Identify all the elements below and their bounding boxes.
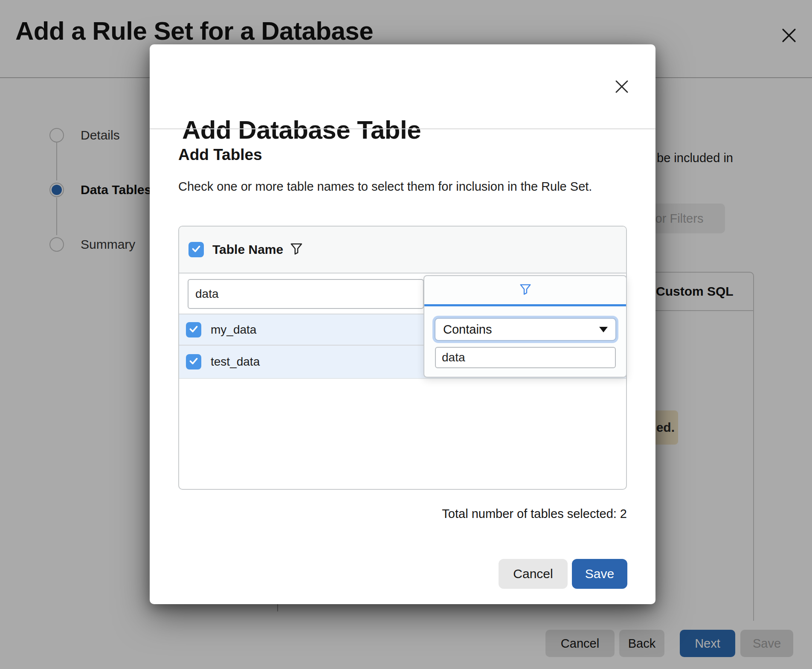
total-selected-label: Total number of tables selected: 2 [442,507,627,521]
dialog-close-button[interactable] [613,78,630,95]
select-all-checkbox[interactable] [188,242,204,257]
dialog-save-button[interactable]: Save [572,559,627,589]
table-header-row: Table Name [179,227,626,273]
filter-operator-value: Contains [443,323,599,337]
checkmark-icon [188,355,199,368]
filter-icon [519,282,532,298]
section-heading: Add Tables [178,146,262,164]
section-description: Check one or more table names to select … [178,178,607,195]
row-checkbox[interactable] [186,354,201,369]
add-database-table-dialog: Add Database Table Add Tables Check one … [150,44,655,604]
filter-popup-accent-bar [424,304,626,306]
dialog-header-divider [150,128,655,129]
chevron-down-icon [599,327,608,332]
filter-operator-select[interactable]: Contains [435,318,616,341]
close-icon [613,89,630,96]
checkmark-icon [188,323,199,336]
row-checkbox[interactable] [186,322,201,337]
column-header-table-name: Table Name [212,242,283,257]
filter-value-input[interactable] [435,347,616,368]
page-root: Add a Rule Set for a Database Details Da… [0,0,812,669]
filter-popup-header [424,276,626,304]
dialog-cancel-button[interactable]: Cancel [499,559,568,589]
filter-popup: Contains [423,275,627,378]
filter-icon[interactable] [289,241,304,258]
table-row-label: test_data [211,355,260,369]
table-name-filter-input[interactable] [188,279,424,309]
table-row-label: my_data [211,323,256,337]
checkmark-icon [191,243,202,256]
dialog-title: Add Database Table [182,115,421,145]
